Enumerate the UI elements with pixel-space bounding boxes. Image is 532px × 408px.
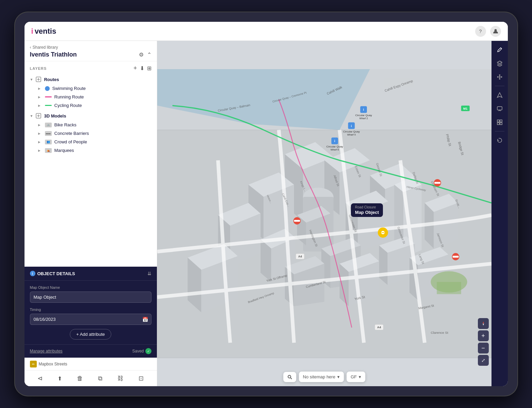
map-controls: + − ⤢ xyxy=(478,318,489,366)
layer-group-routes-header[interactable]: ▼ Routes xyxy=(30,75,151,84)
add-layer-icon[interactable]: + xyxy=(133,65,137,72)
fullscreen-button[interactable]: ⤢ xyxy=(478,355,489,366)
move-tool-button[interactable] xyxy=(494,71,506,83)
layer-item-marquees[interactable]: ▶ ⛺ Marquees xyxy=(30,146,151,155)
concrete-barriers-label: Concrete Barriers xyxy=(54,131,89,136)
top-bar: iventis ? xyxy=(25,22,508,41)
sidebar-title: Iventis Triathlon xyxy=(30,51,77,58)
layer-item-crowd[interactable]: ▶ 👥 Crowd of People xyxy=(30,138,151,146)
comment-tool-button[interactable] xyxy=(494,103,506,115)
bike-icon: 🚲 xyxy=(45,123,52,127)
layer-group-3dmodels-header[interactable]: ▼ 3D Models xyxy=(30,111,151,121)
tablet-frame: iventis ? ‹ Shared library xyxy=(14,12,518,396)
edit-tool-button[interactable] xyxy=(494,44,506,56)
mapbox-label: ✏ Mapbox Streets xyxy=(30,361,67,367)
layers-tool-button[interactable] xyxy=(494,57,506,69)
map-search-button[interactable] xyxy=(283,372,296,382)
user-button[interactable] xyxy=(490,26,501,37)
help-button[interactable]: ? xyxy=(475,26,486,37)
svg-rect-120 xyxy=(500,123,502,125)
routes-group-name: Routes xyxy=(44,77,59,82)
grid-tool-button[interactable] xyxy=(494,116,506,128)
svg-text:A4: A4 xyxy=(377,326,381,329)
svg-text:i: i xyxy=(351,124,352,128)
add-attribute-button[interactable]: + Add attribute xyxy=(70,329,111,340)
refresh-tool-button[interactable] xyxy=(494,134,506,146)
svg-rect-118 xyxy=(500,120,502,122)
map-bottom-bar: No sitemap here ▾ GF ▾ xyxy=(283,372,365,382)
bottom-toolbar: ⊲ ⬆ 🗑 ⧉ ⛓ ⊡ xyxy=(25,370,157,386)
models-group-name: 3D Models xyxy=(44,113,66,119)
sidebar: ‹ Shared library Iventis Triathlon ⚙ ⌃ xyxy=(25,41,157,386)
sitemap-select[interactable]: No sitemap here ▾ xyxy=(299,372,344,382)
svg-rect-57 xyxy=(437,282,461,294)
selected-marker[interactable] xyxy=(378,227,388,238)
duplicate-icon[interactable]: ⧉ xyxy=(95,374,105,383)
breadcrumb: ‹ Shared library xyxy=(30,45,151,50)
export-icon[interactable]: ⬆ xyxy=(55,374,65,383)
svg-text:A4: A4 xyxy=(298,255,302,258)
settings-icon[interactable]: ⚙ xyxy=(139,51,144,58)
add-attribute-wrapper: + Add attribute xyxy=(30,329,151,340)
object-details-label: OBJECT DETAILS xyxy=(37,271,75,276)
floor-select[interactable]: GF ▾ xyxy=(346,372,365,382)
svg-point-111 xyxy=(288,375,291,378)
info-icon: i xyxy=(30,271,35,276)
layer-item-bike-racks[interactable]: ▶ 🚲 Bike Racks xyxy=(30,121,151,129)
tablet-screen: iventis ? ‹ Shared library xyxy=(25,22,508,386)
layer-item-running[interactable]: ▶ Running Route xyxy=(30,93,151,101)
sidebar-title-row: Iventis Triathlon ⚙ ⌃ xyxy=(30,51,151,58)
delete-icon[interactable]: 🗑 xyxy=(74,374,86,383)
layer-item-swimming[interactable]: ▶ Swimming Route xyxy=(30,84,151,93)
layer-item-cycling[interactable]: ▶ Cycling Route xyxy=(30,101,151,110)
routes-chevron: ▼ xyxy=(30,78,33,81)
map-area[interactable]: Cahill Walk Cahill Expy Onramp Circular … xyxy=(157,41,491,386)
svg-rect-106 xyxy=(294,220,300,222)
main-layout: ‹ Shared library Iventis Triathlon ⚙ ⌃ xyxy=(25,41,508,386)
layer-group-3dmodels: ▼ 3D Models ▶ 🚲 Bike Racks xyxy=(30,111,151,155)
zoom-in-button[interactable]: + xyxy=(478,330,489,341)
unlink-icon[interactable]: ⛓ xyxy=(115,374,126,383)
cycling-expand: ▶ xyxy=(38,104,42,107)
object-details-title: i OBJECT DETAILS xyxy=(30,271,75,276)
layers-label: LAYERS xyxy=(30,66,47,70)
svg-marker-115 xyxy=(497,93,502,97)
right-toolbar xyxy=(491,41,508,386)
saved-text: Saved xyxy=(132,349,144,354)
zoom-out-button[interactable]: − xyxy=(478,343,489,354)
mapbox-pencil-icon: ✏ xyxy=(30,361,37,367)
mapbox-footer: ✏ Mapbox Streets xyxy=(25,358,157,370)
collapse-icon[interactable]: ⌃ xyxy=(147,51,151,58)
running-expand: ▶ xyxy=(38,95,42,99)
import-layer-icon[interactable]: ⬇ xyxy=(140,65,144,72)
marquees-expand: ▶ xyxy=(38,149,42,152)
svg-text:Clarence St: Clarence St xyxy=(431,331,448,334)
cycling-route-label: Cycling Route xyxy=(54,103,82,108)
object-details-header: i OBJECT DETAILS ⇊ xyxy=(25,267,157,281)
view-toggle-icon[interactable]: ⊞ xyxy=(147,65,151,72)
svg-text:Wharf 4: Wharf 4 xyxy=(347,134,355,136)
svg-text:M1: M1 xyxy=(463,107,467,110)
map-object-name-input[interactable] xyxy=(30,292,151,303)
timing-input[interactable] xyxy=(30,314,151,325)
saved-check-icon: ✓ xyxy=(145,348,151,354)
marquees-icon: ⛺ xyxy=(45,148,52,153)
compass-button[interactable] xyxy=(478,318,489,329)
manage-attributes-link[interactable]: Manage attributes xyxy=(30,349,63,354)
share-icon[interactable]: ⊲ xyxy=(35,373,45,383)
layer-item-concrete-barriers[interactable]: ▶ ▬▬ Concrete Barriers xyxy=(30,129,151,138)
swimming-route-label: Swimming Route xyxy=(52,86,86,91)
svg-rect-117 xyxy=(497,120,499,122)
layers-header: LAYERS + ⬇ ⊞ xyxy=(30,65,151,72)
running-route-label: Running Route xyxy=(54,94,84,99)
logo-rest: ventis xyxy=(35,27,57,36)
models-chevron: ▼ xyxy=(30,114,33,118)
svg-rect-119 xyxy=(497,123,499,125)
floor-chevron: ▾ xyxy=(359,374,361,379)
select-icon[interactable]: ⊡ xyxy=(136,373,146,383)
logo-i: i xyxy=(31,27,33,36)
details-collapse-icon[interactable]: ⇊ xyxy=(147,271,151,276)
draw-tool-button[interactable] xyxy=(494,89,506,101)
timing-label: Timing xyxy=(30,308,151,312)
svg-marker-114 xyxy=(483,324,484,326)
